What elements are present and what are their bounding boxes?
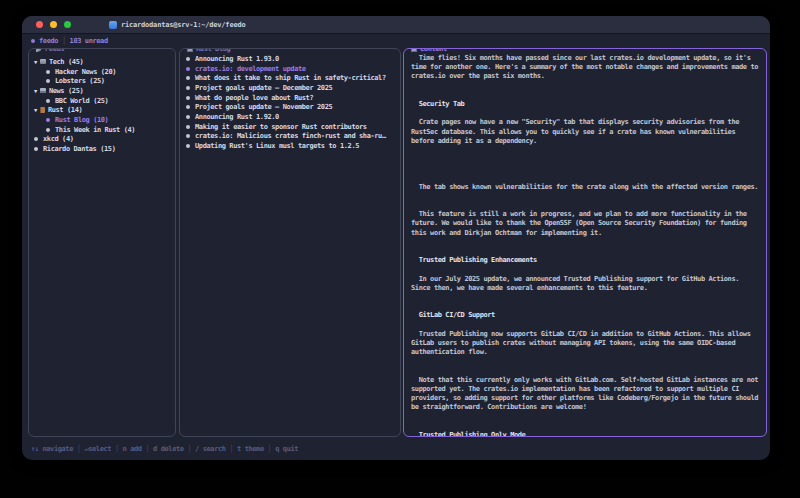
feed-item[interactable]: Hacker News (20) [29,67,175,77]
feed-category[interactable]: ▼News (25) [29,86,175,96]
title-group: ricardodantas@srv-1:~/dev/feedo [109,21,245,29]
article-item[interactable]: Project goals update — December 2025 [180,83,400,93]
close-button[interactable] [36,21,43,28]
content-line [411,164,762,173]
content-panel: Content Time flies! Six months have pass… [403,48,767,437]
unread-count: 103 unread [70,37,108,45]
article-item[interactable]: What do people love about Rust? [180,93,400,103]
content-line: Since then, we have made several enhance… [411,284,762,293]
statusbar-hint: t theme [237,445,264,453]
terminal-window: ricardodantas@srv-1:~/dev/feedo feedo │ … [22,16,770,460]
collapse-arrow-icon[interactable]: ▼ [34,59,37,65]
content-line: RustSec database. This allows you to qui… [411,128,762,137]
statusbar-separator: │ [184,445,195,453]
content-line: be straightforward. Contributions are we… [411,403,762,412]
unread-dot [186,57,190,61]
statusbar-separator: │ [111,445,122,453]
statusbar-separator: │ [73,445,84,453]
book-icon [40,107,45,113]
content-heading: Trusted Publishing Enhancements [411,256,762,265]
content-line [411,146,762,155]
content-line: Trusted Publishing now supports GitLab C… [411,330,762,339]
articles-panel-title: Rust Blog [184,48,233,53]
feed-item[interactable]: Rust Blog (10) [29,115,175,125]
feed-item[interactable]: xkcd (4) [29,135,175,145]
feed-label: Rust [48,106,63,114]
content-line [411,320,762,329]
content-line [411,238,762,247]
newspaper-icon [187,48,193,52]
content-line: The tab shows known vulnerabilities for … [411,183,762,192]
article-item[interactable]: crates.io: Malicious crates finch-rust a… [180,132,400,142]
unread-dot [46,99,50,103]
maximize-button[interactable] [64,21,71,28]
articles-panel-label: Rust Blog [196,48,230,53]
unread-dot [186,105,190,109]
content-line: providers, so adding support for other p… [411,394,762,403]
content-line [411,366,762,375]
feed-unread-count: (25) [86,77,105,85]
unread-dot [34,137,38,141]
content-line [411,155,762,164]
article-item[interactable]: What does it take to ship Rust in safety… [180,73,400,83]
collapse-arrow-icon[interactable]: ▼ [34,88,37,94]
feed-category[interactable]: ▼Rust (14) [29,105,175,115]
article-title: What does it take to ship Rust in safety… [195,74,386,82]
article-item[interactable]: Project goals update — November 2025 [180,102,400,112]
content-line [411,192,762,201]
content-line: before adding it as a dependency. [411,137,762,146]
unread-dot [46,70,50,74]
article-item[interactable]: Updating Rust's Linux musl targets to 1.… [180,141,400,151]
content-line: supported yet. The crates.io implementat… [411,385,762,394]
feed-label: Rust Blog [55,116,89,124]
unread-dot [186,86,190,90]
feed-item[interactable]: Ricardo Dantas (15) [29,144,175,154]
feed-unread-count: (20) [97,68,116,76]
statusbar-hint: ↵select [84,445,111,453]
feed-unread-count: (14) [63,106,82,114]
article-title: Project goals update — November 2025 [195,103,332,111]
statusbar-hint: q quit [275,445,298,453]
unread-dot [46,79,50,83]
laptop-icon [40,59,46,64]
feed-item[interactable]: BBC World (25) [29,96,175,106]
content-line [411,265,762,274]
content-line [411,422,762,431]
feed-label: News [49,87,64,95]
feeds-panel: Feeds ▼Tech (45)Hacker News (20)Lobsters… [28,48,176,437]
statusbar-separator: │ [142,445,153,453]
unread-dot [186,96,190,100]
feedo-app: feedo │ 103 unread Feeds ▼Tech (45)Hacke… [22,34,770,460]
article-title: crates.io: development update [195,65,306,73]
feed-list: ▼Tech (45)Hacker News (20)Lobsters (25)▼… [29,49,175,154]
feed-label: BBC World [55,97,89,105]
minimize-button[interactable] [50,21,57,28]
article-item[interactable]: Making it easier to sponsor Rust contrib… [180,122,400,132]
unread-dot [186,67,190,71]
feed-unread-count: (25) [89,97,108,105]
article-title: Project goals update — December 2025 [195,84,332,92]
content-heading: GitLab CI/CD Support [411,311,762,320]
content-line: authentication flow. [411,348,762,357]
content-line [411,412,762,421]
article-item[interactable]: Announcing Rust 1.93.0 [180,54,400,64]
content-line [411,82,762,91]
feed-label: Lobsters [55,77,86,85]
article-item[interactable]: crates.io: development update [180,64,400,74]
content-panel-label: Content [420,48,447,53]
content-line [411,302,762,311]
article-item[interactable]: Announcing Rust 1.92.0 [180,112,400,122]
feed-label: Hacker News [55,68,97,76]
feed-category[interactable]: ▼Tech (45) [29,57,175,67]
content-heading: Trusted Publishing Only Mode [411,431,762,437]
collapse-arrow-icon[interactable]: ▼ [34,107,37,113]
statusbar-hint: d delete [153,445,184,453]
content-heading: Security Tab [411,100,762,109]
article-content[interactable]: Time flies! Six months have passed since… [404,49,766,437]
content-panel-title: Content [408,48,450,53]
header-separator: │ [58,37,69,45]
app-status-dot [31,39,35,43]
feed-item[interactable]: Lobsters (25) [29,76,175,86]
feed-item[interactable]: This Week in Rust (4) [29,125,175,135]
feed-unread-count: (4) [58,135,73,143]
